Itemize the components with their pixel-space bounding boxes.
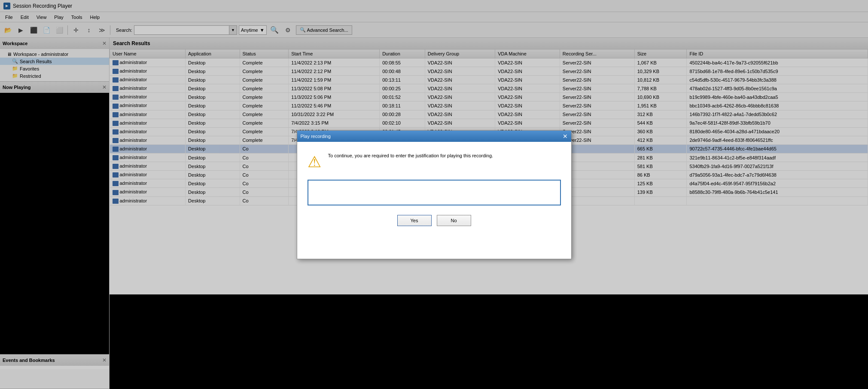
- yes-button[interactable]: Yes: [397, 215, 432, 226]
- dialog-title-bar: Play recording ✕: [297, 131, 571, 142]
- dialog-close-btn[interactable]: ✕: [563, 133, 568, 139]
- dialog-body: ⚠ To continue, you are required to enter…: [297, 142, 571, 233]
- warning-icon: ⚠: [308, 153, 321, 171]
- dialog-overlay: Play recording ✕ ⚠ To continue, you are …: [0, 0, 868, 389]
- dialog-title: Play recording: [301, 134, 331, 139]
- no-button[interactable]: No: [437, 215, 471, 226]
- dialog-message-text: To continue, you are required to enter t…: [328, 152, 493, 160]
- dialog-message-row: ⚠ To continue, you are required to enter…: [308, 152, 561, 171]
- play-recording-dialog: Play recording ✕ ⚠ To continue, you are …: [297, 130, 572, 259]
- dialog-buttons: Yes No: [308, 215, 561, 226]
- justification-input[interactable]: [308, 180, 561, 205]
